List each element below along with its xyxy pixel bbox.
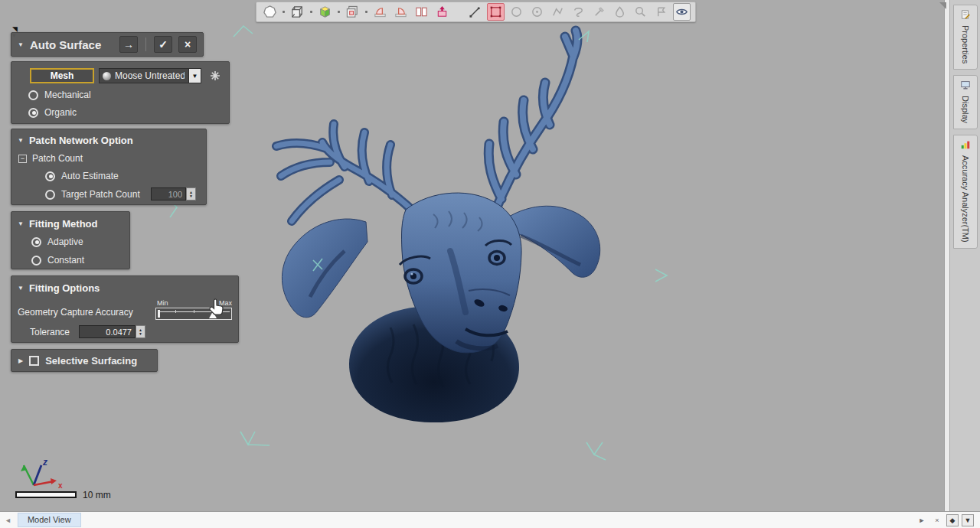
sidebar-tab-label: Display — [961, 96, 970, 123]
patch-count-stepper[interactable] — [186, 187, 196, 200]
radio-label: Mechanical — [44, 90, 91, 100]
views-button[interactable]: ◆ — [946, 514, 959, 526]
split-view-icon[interactable] — [413, 3, 430, 21]
axis-triad: z x — [11, 456, 67, 494]
tree-collapse-icon[interactable] — [18, 155, 27, 163]
extend-select-icon — [632, 3, 649, 21]
right-sidebar: PropertiesDisplayAccuracy Analyzer(TM) — [949, 0, 980, 511]
scale-label: 10 mm — [83, 490, 111, 500]
3d-viewport[interactable]: ◥▾ Auto Surface → ✓ × Mesh Moose Untreat… — [0, 0, 949, 511]
radio-label: Target Patch Count — [61, 189, 140, 200]
panel-title: Auto Surface — [30, 38, 101, 51]
x-axis-label: x — [58, 481, 63, 490]
tab-scroll-left-icon[interactable]: ◄ — [5, 517, 11, 524]
section-title: Fitting Options — [29, 282, 100, 294]
properties-icon — [960, 9, 971, 23]
dropdown-dot-icon[interactable] — [338, 11, 340, 13]
expand-icon[interactable] — [18, 357, 23, 364]
ellipse-select-icon — [528, 3, 546, 21]
lasso-select-icon — [570, 3, 587, 21]
next-view-button[interactable]: ► — [916, 514, 928, 526]
custom-select-icon — [652, 3, 670, 21]
z-axis-label: z — [42, 457, 47, 468]
radio-mechanical[interactable] — [28, 90, 38, 100]
radio-constant[interactable] — [31, 256, 41, 266]
auto-surface-panel: Auto Surface → ✓ × — [11, 32, 204, 57]
selection-toolbar — [256, 2, 696, 22]
scale-bar — [15, 491, 77, 498]
collapse-icon[interactable] — [18, 285, 24, 292]
hand-cursor — [208, 298, 225, 318]
wireframe-view-icon[interactable] — [289, 3, 306, 21]
dropdown-dot-icon[interactable] — [365, 11, 368, 13]
tab-bar-buttons: ►×◆▼ — [916, 514, 980, 526]
accuracy-label: Geometry Capture Accuracy — [18, 307, 133, 318]
accuracy-analyzer-icon — [960, 139, 971, 153]
freeform-region-icon[interactable] — [261, 3, 279, 21]
collapse-icon[interactable] — [18, 137, 24, 144]
divider — [145, 37, 146, 51]
patch-network-panel: Patch Network Option Patch Count Auto Es… — [11, 129, 207, 205]
panel-splitter[interactable] — [944, 0, 949, 511]
flood-select-icon — [611, 3, 629, 21]
next-stage-button[interactable]: → — [119, 36, 138, 53]
collapse-arrow-icon[interactable] — [939, 2, 946, 9]
radio-target-patch-count[interactable] — [45, 190, 55, 200]
dropdown-dot-icon[interactable] — [310, 11, 312, 13]
selective-surfacing-checkbox[interactable] — [29, 356, 39, 366]
target-patch-count-input[interactable] — [151, 187, 186, 200]
polyline-select-icon — [549, 3, 567, 21]
line-select-icon[interactable] — [466, 3, 484, 21]
tolerance-stepper[interactable] — [136, 325, 145, 338]
radio-label: Constant — [47, 255, 84, 266]
shaded-view-icon[interactable] — [316, 3, 334, 21]
body-display-icon[interactable] — [344, 3, 361, 21]
view-menu-button[interactable]: ▼ — [962, 514, 974, 526]
radio-adaptive[interactable] — [31, 237, 41, 247]
tab-model-view[interactable]: Model View — [18, 513, 81, 527]
mesh-select-dropdown[interactable]: Moose Untreated — [99, 68, 201, 83]
radio-label: Adaptive — [47, 236, 83, 247]
ok-button[interactable]: ✓ — [154, 36, 172, 53]
radio-auto-estimate[interactable] — [45, 171, 55, 181]
sidebar-tab-accuracy-analyzer[interactable]: Accuracy Analyzer(TM) — [953, 135, 978, 249]
collapse-icon[interactable] — [18, 41, 24, 48]
sidebar-tab-label: Accuracy Analyzer(TM) — [961, 155, 970, 243]
group-label: Patch Count — [32, 153, 83, 164]
fitting-method-panel: Fitting Method Adaptive Constant — [11, 211, 130, 269]
close-view-button[interactable]: × — [931, 514, 943, 526]
section-title: Fitting Method — [29, 218, 98, 230]
dropdown-dot-icon[interactable] — [283, 11, 285, 13]
mesh-input-panel: Mesh Moose Untreated Mechanical Organic — [11, 61, 230, 124]
tolerance-input[interactable] — [79, 325, 136, 338]
radio-organic[interactable] — [28, 108, 38, 118]
sidebar-tab-properties[interactable]: Properties — [953, 5, 978, 70]
circle-select-icon — [508, 3, 525, 21]
curvature-map-icon[interactable] — [371, 3, 389, 21]
cancel-button[interactable]: × — [178, 36, 197, 53]
section-title: Selective Surfacing — [45, 355, 137, 367]
mesh-icon — [103, 72, 111, 80]
deviation-map-icon[interactable] — [392, 3, 410, 21]
view-tab-bar: ◄ Model View ►×◆▼ — [0, 511, 980, 528]
rectangle-select-icon[interactable] — [487, 3, 505, 21]
radio-label: Organic — [44, 107, 77, 118]
mesh-options-icon[interactable] — [207, 68, 223, 83]
slider-min-label: Min — [157, 299, 168, 307]
mesh-entity-button[interactable]: Mesh — [30, 68, 94, 83]
paint-select-icon — [590, 3, 608, 21]
environment-map-icon[interactable] — [433, 3, 451, 21]
radio-label: Auto Estimate — [61, 171, 119, 181]
sidebar-tab-display[interactable]: Display — [953, 75, 978, 129]
collapse-icon[interactable] — [18, 220, 24, 227]
geomagic-window: ◥▾ Auto Surface → ✓ × Mesh Moose Untreat… — [0, 0, 980, 528]
section-title: Patch Network Option — [29, 135, 133, 146]
display-icon — [960, 80, 971, 93]
tolerance-label: Tolerance — [30, 327, 79, 337]
chevron-down-icon[interactable] — [188, 69, 201, 83]
fitting-options-panel: Fitting Options Geometry Capture Accurac… — [11, 275, 239, 343]
mesh-selected-value: Moose Untreated — [115, 70, 185, 81]
sidebar-tab-label: Properties — [961, 25, 970, 64]
visibility-toggle-icon[interactable] — [673, 3, 691, 21]
selective-surfacing-panel: Selective Surfacing — [11, 349, 158, 372]
